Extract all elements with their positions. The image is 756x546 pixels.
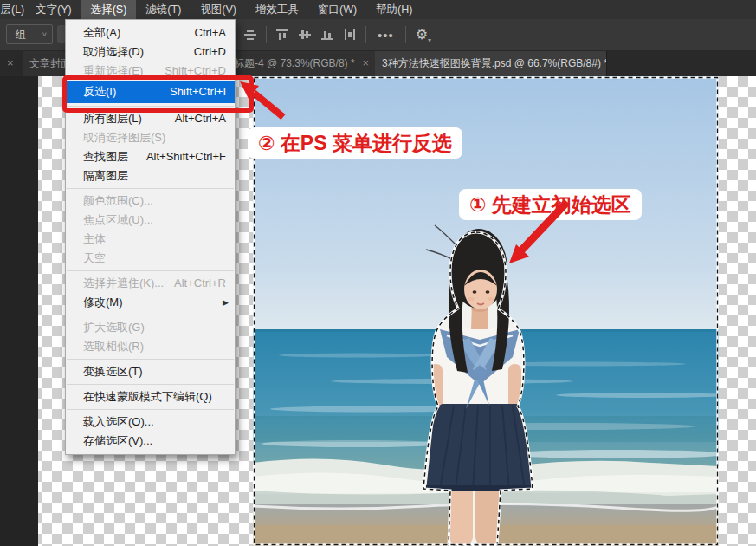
- menu-item-label: 选择并遮住(K)...: [83, 276, 164, 289]
- menu-item-label: 载入选区(O)...: [83, 415, 154, 428]
- menu-item-entry: 主体: [66, 230, 235, 249]
- align-bottom-icon[interactable]: [316, 24, 339, 45]
- menu-item-shortcut: Alt+Ctrl+A: [175, 109, 226, 128]
- menu-item-label: 重新选择(E): [83, 64, 143, 77]
- menu-item-inverse[interactable]: 反选(I)Shift+Ctrl+I: [66, 81, 235, 103]
- select-menu-dropdown: 全部(A)Ctrl+A取消选择(D)Ctrl+D重新选择(E)Shift+Ctr…: [65, 19, 236, 455]
- menu-item-entry: 扩大选取(G): [66, 318, 235, 337]
- menu-separator: [67, 270, 234, 271]
- tab-title: 未标题-4 @ 73.3%(RGB/8) *: [223, 57, 355, 69]
- menubar-item[interactable]: 视图(V): [191, 0, 246, 19]
- menubar-item-clipped: 图层(L): [0, 0, 26, 19]
- menu-item-label: 焦点区域(U)...: [83, 213, 153, 226]
- menu-item-entry: 选取相似(R): [66, 337, 235, 356]
- menu-item-entry: 颜色范围(C)...: [66, 192, 235, 211]
- distribute-icon[interactable]: [339, 24, 361, 45]
- menu-item-label: 取消选择(D): [83, 45, 144, 58]
- menu-item-label: 变换选区(T): [83, 365, 143, 378]
- menu-item-label: 修改(M): [83, 296, 123, 309]
- divider: [405, 26, 406, 43]
- gear-icon[interactable]: ⚙▾: [410, 26, 436, 44]
- align-middle-icon[interactable]: [294, 24, 316, 45]
- tab-title: 3种方法快速抠图换背景.psd @ 66.7%(RGB/8#) *: [382, 57, 607, 69]
- gear-caret-icon: ▾: [428, 36, 431, 44]
- divider: [266, 26, 267, 43]
- menu-item-entry: 重新选择(E)Shift+Ctrl+D: [66, 62, 235, 81]
- menu-item-entry[interactable]: 载入选区(O)...: [66, 413, 235, 432]
- menubar-item[interactable]: 选择(S): [81, 0, 137, 19]
- menubar-item[interactable]: 增效工具: [246, 0, 308, 19]
- menu-item-label: 选取相似(R): [83, 340, 144, 353]
- menu-item-shortcut: Alt+Shift+Ctrl+F: [146, 147, 226, 166]
- menu-item-shortcut: Shift+Ctrl+D: [165, 62, 226, 81]
- menu-item-entry[interactable]: 修改(M)▶: [66, 293, 235, 312]
- menu-item-entry[interactable]: 取消选择(D)Ctrl+D: [66, 42, 235, 62]
- menu-item-entry[interactable]: 存储选区(V)...: [66, 432, 235, 451]
- menu-separator: [67, 359, 234, 360]
- menu-item-entry[interactable]: 查找图层Alt+Shift+Ctrl+F: [66, 147, 235, 166]
- divider: [365, 26, 366, 43]
- menu-item-label: 主体: [83, 232, 106, 245]
- document-tab[interactable]: 未标题-4 @ 73.3%(RGB/8) *×: [216, 50, 395, 76]
- menu-item-entry: 取消选择图层(S): [66, 128, 235, 147]
- menu-item-label: 存储选区(V)...: [83, 434, 152, 447]
- submenu-arrow-icon: ▶: [223, 293, 229, 312]
- menu-item-label: 隔离图层: [83, 169, 128, 182]
- pasteboard: [0, 76, 38, 546]
- menu-item-entry[interactable]: 在快速蒙版模式下编辑(Q): [66, 387, 235, 406]
- menu-separator: [67, 384, 234, 385]
- chevron-down-icon: ˅: [42, 25, 47, 45]
- menu-separator: [67, 315, 234, 315]
- menu-item-label: 在快速蒙版模式下编辑(Q): [83, 390, 212, 403]
- menu-item-label: 扩大选取(G): [83, 321, 145, 334]
- menu-item-label: 所有图层(L): [83, 112, 142, 125]
- menu-item-label: 天空: [83, 251, 106, 264]
- menubar-item[interactable]: 窗口(W): [308, 0, 366, 19]
- menu-item-entry: 天空: [66, 249, 235, 268]
- menu-item-entry: 选择并遮住(K)...Alt+Ctrl+R: [66, 274, 235, 293]
- menu-separator: [67, 409, 234, 410]
- menu-item-entry[interactable]: 所有图层(L)Alt+Ctrl+A: [66, 109, 235, 128]
- menubar-item[interactable]: 图层(L): [0, 0, 26, 19]
- close-icon[interactable]: ×: [363, 56, 370, 69]
- step2-note: ② 在PS 菜单进行反选: [248, 127, 462, 159]
- menu-item-shortcut: Shift+Ctrl+I: [170, 81, 226, 103]
- menubar-item[interactable]: 滤镜(T): [136, 0, 191, 19]
- menu-item-label: 取消选择图层(S): [83, 131, 165, 144]
- menu-separator: [67, 188, 234, 189]
- group-mode-select[interactable]: 组 ˅: [6, 24, 53, 44]
- step1-note: ① 先建立初始选区: [459, 189, 642, 220]
- more-options-icon[interactable]: •••: [371, 28, 401, 42]
- align-top-icon[interactable]: [271, 24, 294, 45]
- align-center-icon[interactable]: [239, 24, 262, 45]
- group-mode-label: 组: [16, 29, 26, 41]
- menu-item-shortcut: Alt+Ctrl+R: [174, 274, 226, 293]
- menu-item-label: 反选(I): [83, 85, 116, 98]
- menu-item-shortcut: Ctrl+A: [195, 23, 226, 42]
- menu-item-entry: 焦点区域(U)...: [66, 211, 235, 230]
- menu-item-label: 颜色范围(C)...: [83, 194, 153, 207]
- menu-item-shortcut: Ctrl+D: [194, 42, 226, 62]
- menu-separator: [67, 106, 234, 107]
- menu-item-entry[interactable]: 变换选区(T): [66, 362, 235, 381]
- menubar-item[interactable]: 帮助(H): [366, 0, 422, 19]
- menu-item-label: 查找图层: [83, 150, 128, 163]
- menu-item-entry[interactable]: 隔离图层: [66, 166, 235, 185]
- document-tab[interactable]: 3种方法快速抠图换背景.psd @ 66.7%(RGB/8#) *×: [375, 50, 607, 76]
- close-icon[interactable]: ×: [7, 50, 14, 76]
- menu-item-entry[interactable]: 全部(A)Ctrl+A: [66, 23, 235, 42]
- menu-item-label: 全部(A): [83, 26, 120, 39]
- menu-bar: 图层(L)文字(Y)选择(S)滤镜(T)视图(V)增效工具窗口(W)帮助(H): [0, 0, 756, 19]
- menubar-item[interactable]: 文字(Y): [26, 0, 81, 19]
